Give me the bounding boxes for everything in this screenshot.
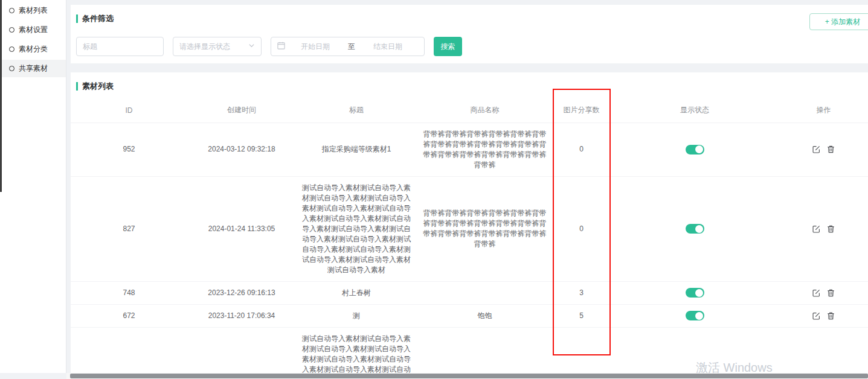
sidebar-item-material-settings[interactable]: 素材设置: [0, 21, 66, 39]
filter-section-title-text: 条件筛选: [82, 13, 114, 24]
cell-status: [610, 281, 779, 304]
end-date-placeholder[interactable]: 结束日期: [358, 42, 418, 52]
chevron-down-icon: [248, 42, 255, 51]
table-header-row: ID 创建时间 标题 商品名称 图片分享数 显示状态 操作: [71, 98, 868, 123]
sidebar-item-shared-material[interactable]: 共享素材: [0, 60, 66, 77]
cell-title: 测试自动导入素材测试自动导入素材测试自动导入素材测试自动导入素材测试自动导入素材…: [296, 176, 417, 281]
radio-circle-icon: [9, 8, 14, 13]
cell-shares: 3: [553, 281, 610, 304]
cell-ops: [779, 281, 868, 304]
column-header-status: 显示状态: [610, 98, 779, 123]
edit-icon[interactable]: [812, 145, 821, 154]
cell-product: [417, 327, 553, 379]
filter-section-title: 条件筛选: [71, 5, 868, 24]
sidebar-item-material-list[interactable]: 素材列表: [0, 2, 66, 19]
display-status-select[interactable]: 请选择显示状态: [173, 37, 262, 56]
select-placeholder: 请选择显示状态: [179, 42, 230, 52]
cell-id: 748: [71, 281, 187, 304]
cell-shares: 2: [553, 327, 610, 379]
cell-status: [610, 123, 779, 176]
title-filter-input[interactable]: [76, 37, 164, 56]
cell-created: 2023-12-26 09:16:13: [187, 281, 296, 304]
sidebar-item-label: 共享素材: [19, 63, 48, 74]
table-row: 952 2024-03-12 09:32:18 指定采购端等级素材1 背带裤背带…: [71, 123, 868, 176]
calendar-icon: [277, 42, 285, 51]
delete-icon[interactable]: [826, 145, 835, 154]
delete-icon[interactable]: [826, 288, 835, 298]
table-section-title-text: 素材列表: [82, 81, 114, 92]
toggle-knob: [695, 312, 703, 320]
cell-ops: [779, 327, 868, 379]
cell-ops: [779, 304, 868, 327]
table-row: 827 2024-01-24 11:33:05 测试自动导入素材测试自动导入素材…: [71, 176, 868, 281]
cell-shares: 0: [553, 123, 610, 176]
column-header-shares: 图片分享数: [553, 98, 610, 123]
filter-card: 条件筛选 请选择显示状态 开始日期 至 结束日期 搜索: [71, 5, 868, 63]
cell-title: 测试自动导入素材测试自动导入素材测试自动导入素材测试自动导入素材测试自动导入素材…: [296, 327, 417, 379]
toggle-knob: [695, 289, 703, 297]
cell-ops: [779, 176, 868, 281]
cell-shares: 5: [553, 304, 610, 327]
edit-icon[interactable]: [812, 225, 821, 234]
section-accent-bar: [76, 14, 78, 23]
cell-title: 测: [296, 304, 417, 327]
date-separator-label: 至: [346, 42, 358, 52]
start-date-placeholder[interactable]: 开始日期: [285, 42, 346, 52]
delete-icon[interactable]: [826, 311, 835, 320]
cell-product: 背带裤背带裤背带裤背带裤背带裤背带裤背带裤背带裤背带裤背带裤背带裤背带裤背带裤背…: [417, 123, 553, 176]
cell-created: 2024-01-24 11:33:05: [187, 176, 296, 281]
cell-shares: 0: [553, 176, 610, 281]
cell-id: 672: [71, 304, 187, 327]
column-header-title: 标题: [296, 98, 417, 123]
cell-status: [610, 176, 779, 281]
column-header-ops: 操作: [779, 98, 868, 123]
cell-created: 2023-11-20 17:06:34: [187, 304, 296, 327]
table-section-title: 素材列表: [71, 72, 868, 92]
display-status-toggle[interactable]: [686, 311, 704, 320]
sidebar-item-label: 素材设置: [19, 25, 48, 35]
table-row: 516 2023-08-30 10:42:14 测试自动导入素材测试自动导入素材…: [71, 327, 868, 379]
search-button[interactable]: 搜索: [434, 37, 462, 56]
cell-product: 背带裤背带裤背带裤背带裤背带裤背带裤背带裤背带裤背带裤背带裤背带裤背带裤背带裤背…: [417, 176, 553, 281]
cell-created: 2024-03-12 09:32:18: [187, 123, 296, 176]
column-header-product: 商品名称: [417, 98, 553, 123]
cell-id: 827: [71, 176, 187, 281]
column-header-created: 创建时间: [187, 98, 296, 123]
cell-product: [417, 281, 553, 304]
display-status-toggle[interactable]: [686, 288, 704, 298]
delete-icon[interactable]: [826, 225, 835, 234]
cell-product: 饱饱: [417, 304, 553, 327]
cell-title: 村上春树: [296, 281, 417, 304]
display-status-toggle[interactable]: [686, 224, 704, 234]
sidebar-item-material-category[interactable]: 素材分类: [0, 40, 66, 58]
table-row: 672 2023-11-20 17:06:34 测 饱饱 5: [71, 304, 868, 327]
cell-id: 952: [71, 123, 187, 176]
edit-icon[interactable]: [812, 311, 821, 320]
cell-ops: [779, 123, 868, 176]
edit-icon[interactable]: [812, 288, 821, 298]
toggle-knob: [695, 145, 703, 153]
cell-created: 2023-08-30 10:42:14: [187, 327, 296, 379]
horizontal-scrollbar: [66, 373, 868, 379]
display-status-toggle[interactable]: [686, 145, 704, 154]
filter-controls: 请选择显示状态 开始日期 至 结束日期 搜索: [76, 37, 462, 56]
cell-status: [610, 304, 779, 327]
radio-circle-icon: [9, 46, 14, 52]
cell-status: [610, 327, 779, 379]
table-row: 748 2023-12-26 09:16:13 村上春树 3: [71, 281, 868, 304]
sidebar-item-label: 素材分类: [19, 44, 48, 54]
date-range-picker[interactable]: 开始日期 至 结束日期: [271, 37, 425, 56]
add-material-button[interactable]: + 添加素材: [809, 13, 868, 30]
material-table: ID 创建时间 标题 商品名称 图片分享数 显示状态 操作 952 2024-0…: [71, 98, 868, 379]
column-header-id: ID: [71, 98, 187, 123]
radio-circle-icon: [9, 27, 14, 33]
toggle-knob: [695, 225, 703, 233]
section-accent-bar: [76, 82, 78, 91]
cell-id: 516: [71, 327, 187, 379]
sidebar-item-label: 素材列表: [19, 5, 48, 16]
radio-circle-icon: [9, 66, 14, 71]
cell-title: 指定采购端等级素材1: [296, 123, 417, 176]
horizontal-scrollbar-thumb[interactable]: [70, 374, 868, 378]
sidebar: 素材列表 素材设置 素材分类 共享素材: [0, 0, 66, 373]
material-list-card: 素材列表 ID 创建时间 标题 商品名称 图片分享数 显示状态 操作 952 2…: [71, 72, 868, 379]
